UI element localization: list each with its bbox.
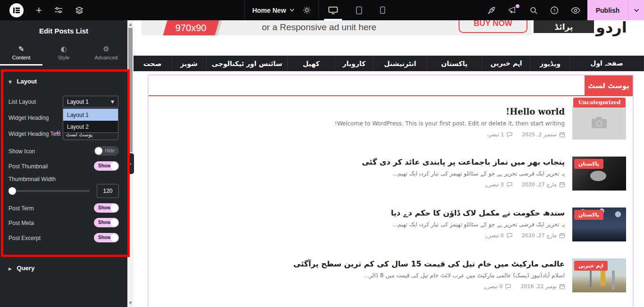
notification-dot xyxy=(516,4,519,8)
show-icon-label: Show Icon xyxy=(8,148,35,155)
option-layout-2[interactable]: Layout 2 xyxy=(63,121,118,133)
nav-item-business[interactable]: کاروبار xyxy=(335,56,374,71)
category-badge[interactable]: پاکستان xyxy=(574,210,603,220)
post-excerpt: یہ تحریر ایک فرضی تحریر ہے جو کے سٹائلو … xyxy=(155,170,565,177)
post-meta: مارچ 27, 2020 3 تبصرے xyxy=(155,182,565,188)
buy-now-button[interactable]: BUY NOW xyxy=(459,20,527,33)
list-layout-select[interactable]: Layout 1 ▼ xyxy=(63,96,118,108)
site-navigation: صحت شوبز سائنس اور ٹیکنالوجی کھیل کاروبا… xyxy=(134,56,644,71)
publish-button[interactable]: Publish xyxy=(587,0,628,20)
comments-icon xyxy=(507,233,512,238)
post-date: مارچ 27, 2020 xyxy=(522,232,557,239)
list-layout-label: List Layout xyxy=(8,99,36,105)
post-thumbnail-toggle[interactable]: Show xyxy=(94,161,119,171)
nav-item-pakistan[interactable]: پاکستان xyxy=(427,56,482,71)
whats-new-megaphone-icon[interactable] xyxy=(508,6,517,15)
camera-icon xyxy=(591,116,607,129)
ad-banner[interactable]: 970x90 or a Responsive ad unit here BUY … xyxy=(142,20,531,35)
add-element-icon[interactable]: + xyxy=(36,5,42,16)
publish-options-chevron[interactable] xyxy=(628,0,644,20)
calendar-icon xyxy=(560,233,565,238)
nav-item-science-technology[interactable]: سائنس اور ٹیکنالوجی xyxy=(207,56,288,71)
posts-list-widget[interactable]: پوسٹ لسٹ Uncategorized Hello world! Welc… xyxy=(148,75,634,307)
ai-sparkle-icon[interactable] xyxy=(55,130,60,136)
pencil-icon: ✎ xyxy=(18,46,25,53)
chevron-down-icon: ▼ xyxy=(111,100,114,104)
thumbnail-width-input[interactable] xyxy=(97,184,119,198)
chevron-down-icon xyxy=(290,8,294,12)
elementor-logo-icon[interactable] xyxy=(9,3,24,17)
post-title[interactable]: پنجاب بھر میں نماز باجماعت پر پابندی عائ… xyxy=(155,158,565,166)
scroll-down-arrow-icon[interactable]: ▼ xyxy=(127,300,134,306)
panel-title: Edit Posts List xyxy=(0,20,127,41)
post-excerpt-toggle[interactable]: Show xyxy=(94,233,119,242)
site-settings-sliders-icon[interactable] xyxy=(54,6,63,15)
page-selector[interactable]: Home New xyxy=(252,7,295,14)
widget-heading-label: Widget Heading xyxy=(8,115,49,121)
nav-item-top-news[interactable]: اہم خبریں xyxy=(482,56,531,71)
search-icon[interactable] xyxy=(529,6,538,15)
thumbnail-width-label: Thumbmnail Width xyxy=(8,176,56,183)
scrollbar-thumb[interactable] xyxy=(128,28,133,152)
help-icon[interactable]: ? xyxy=(550,6,559,15)
style-contrast-icon: ◐ xyxy=(60,46,67,53)
tab-content[interactable]: ✎ Content xyxy=(0,41,42,65)
comments-icon xyxy=(507,132,512,137)
post-meta-toggle[interactable]: Show xyxy=(94,218,119,227)
logo-boxed-text: پرائڈ xyxy=(534,20,594,33)
ad-banner-text: or a Responsive ad unit here xyxy=(262,22,376,33)
post-thumbnail[interactable]: پاکستان xyxy=(572,207,626,241)
post-comments-count[interactable]: 1 تبصرہ xyxy=(487,132,504,138)
post-comments-count[interactable]: 0 تبصرے xyxy=(484,283,502,290)
option-layout-1[interactable]: Layout 1 xyxy=(63,109,118,121)
category-badge[interactable]: اہم خبریں xyxy=(574,261,608,271)
launch-rocket-icon[interactable] xyxy=(487,6,496,15)
post-comments-count[interactable]: 3 تبصرے xyxy=(485,182,504,188)
post-thumbnail[interactable]: اہم خبریں xyxy=(572,258,626,292)
post-excerpt: یہ تحریر ایک فرضی تحریر ہے جو کے سٹائلو … xyxy=(155,221,565,228)
comments-icon xyxy=(507,182,512,187)
post-title[interactable]: Hello world! xyxy=(155,107,565,116)
panel-collapse-handle[interactable]: ‹ xyxy=(127,153,134,174)
post-comments-count[interactable]: 0 تبصرے xyxy=(485,232,504,239)
site-logo[interactable]: پرائڈ اردو xyxy=(534,20,627,34)
post-row: پاکستان پنجاب بھر میں نماز باجماعت پر پا… xyxy=(155,157,626,191)
post-thumbnail[interactable]: پاکستان xyxy=(572,157,626,191)
post-title[interactable]: سندھ حکومت نے مکمل لاک ڈاؤن کا حکم دے دی… xyxy=(155,208,565,217)
tab-advanced[interactable]: ⚙ Advanced xyxy=(85,41,127,65)
caret-right-icon: ▶ xyxy=(8,266,12,271)
tab-style[interactable]: ◐ Style xyxy=(42,41,85,65)
device-tablet-icon[interactable] xyxy=(356,0,362,20)
section-query-header[interactable]: ▶ Query xyxy=(8,265,34,272)
nav-item-health[interactable]: صحت xyxy=(134,56,172,71)
structure-layers-icon[interactable] xyxy=(75,6,84,15)
thumbnail-width-slider[interactable] xyxy=(9,190,90,192)
nav-item-international[interactable]: انٹرنیشنل xyxy=(374,56,427,71)
page-settings-gear-icon[interactable] xyxy=(303,6,311,14)
post-row: اہم خبریں عالمی مارکیٹ میں خام تیل کی قی… xyxy=(155,258,626,292)
elementor-topbar: + Home New xyxy=(0,0,644,20)
caret-down-icon: ▼ xyxy=(8,80,12,84)
nav-item-showbiz[interactable]: شوبز xyxy=(172,56,207,71)
device-desktop-icon[interactable] xyxy=(328,0,338,20)
post-date: مارچ 27, 2020 xyxy=(522,182,557,188)
nav-item-home[interactable]: صفحہ اول xyxy=(570,56,644,71)
post-thumbnail-label: Post Thumbnail xyxy=(8,163,48,170)
calendar-icon xyxy=(560,284,565,289)
category-badge[interactable]: پاکستان xyxy=(574,159,603,169)
logo-outer-text: اردو xyxy=(596,20,627,34)
section-layout-header[interactable]: ▼ Layout xyxy=(8,78,37,85)
device-mobile-icon[interactable] xyxy=(380,0,385,20)
ad-size-ribbon: 970x90 xyxy=(163,20,219,35)
category-badge[interactable]: Uncategorized xyxy=(573,98,626,108)
nav-item-sports[interactable]: کھیل xyxy=(288,56,335,71)
preview-eye-icon[interactable] xyxy=(571,7,580,14)
post-excerpt: اسلام آباد(نیوز ڈیسک) عالمی مارکیٹ میں ع… xyxy=(155,272,565,279)
nav-item-videos[interactable]: ویڈیوز xyxy=(531,56,570,71)
post-term-toggle[interactable]: Show xyxy=(94,203,119,213)
show-icon-toggle[interactable]: Hide xyxy=(94,146,119,156)
post-thumbnail-placeholder[interactable]: Uncategorized xyxy=(572,106,626,140)
scroll-up-arrow-icon[interactable]: ▲ xyxy=(127,21,134,27)
post-title[interactable]: عالمی مارکیٹ میں خام تیل کی قیمت 15 سال … xyxy=(155,259,565,268)
slider-handle[interactable] xyxy=(8,187,16,195)
